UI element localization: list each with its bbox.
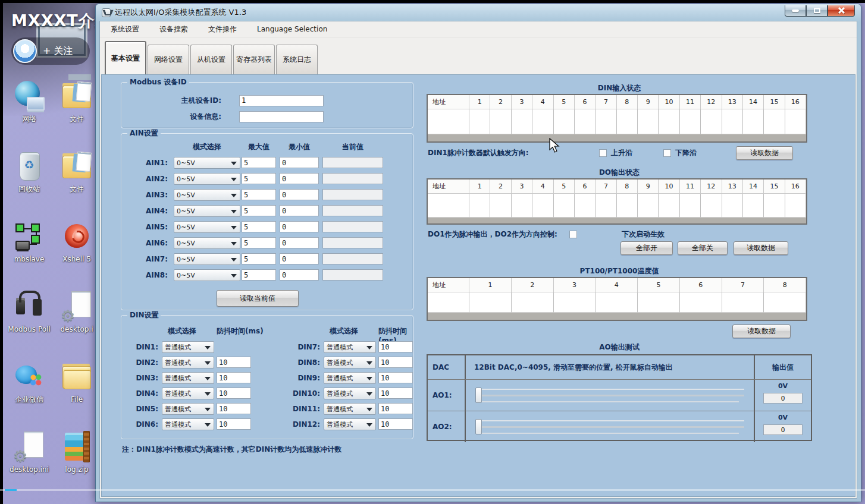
din-debounce-input[interactable] [217,403,251,414]
desktop-icon[interactable]: 文件 [53,75,101,146]
ain-mode-dropdown[interactable]: 0~5V [174,221,240,233]
video-seekbar[interactable] [0,489,865,491]
all-on-button[interactable]: 全部开 [620,241,673,255]
follow-button[interactable]: + 关注 [11,37,90,65]
tab-label: 从机设置 [197,55,225,65]
desktop-icon[interactable]: 企业微信 [5,356,53,426]
desktop-icon[interactable]: 文件 [53,146,101,216]
din-debounce-input[interactable] [217,388,251,399]
ain-mode-dropdown[interactable]: 0~5V [174,157,240,169]
din-mode-dropdown[interactable]: 普通模式 [324,341,376,353]
ain-min-input[interactable] [280,253,319,264]
device-info-input[interactable] [239,111,324,122]
ain-min-input[interactable] [280,205,319,216]
desktop-icon[interactable]: File [53,356,101,426]
minimize-button[interactable] [785,5,806,17]
din-mode-dropdown[interactable]: 普通模式 [324,357,376,368]
do-status-title: DO输出状态 [425,168,813,178]
din-mode-dropdown[interactable]: 普通模式 [324,403,376,415]
din-mode-dropdown[interactable]: 普通模式 [162,372,214,384]
desktop-icon[interactable]: Xshell 5 [53,216,101,286]
ain-mode-dropdown[interactable]: 0~5V [174,237,240,249]
ain-max-input[interactable] [242,269,276,281]
din-debounce-input[interactable] [378,341,413,352]
din-row: DIN5: 普通模式 [121,401,252,417]
ao-slider-handle[interactable] [475,388,482,403]
ao-slider[interactable] [475,388,744,403]
din-mode-dropdown[interactable]: 普通模式 [162,418,214,430]
ain-mode-dropdown[interactable]: 0~5V [174,269,240,281]
close-button[interactable] [828,5,855,17]
din-mode-dropdown[interactable]: 普通模式 [324,372,376,384]
ain-mode-dropdown[interactable]: 0~5V [174,205,240,217]
ain-max-input[interactable] [242,253,276,264]
din-mode-dropdown[interactable]: 普通模式 [162,403,214,415]
ain-max-input[interactable] [242,189,276,200]
desktop-icon[interactable]: 网络 [5,75,53,146]
desktop-icon[interactable]: Modbus Poll [5,286,53,356]
din-mode-dropdown[interactable]: 普通模式 [162,357,214,368]
din-mode-value: 普通模式 [327,420,353,429]
read-current-values-button[interactable]: 读取当前值 [217,290,299,307]
din-mode-dropdown[interactable]: 普通模式 [324,418,376,430]
maximize-button[interactable] [806,5,828,17]
tab[interactable]: 从机设置 [190,45,232,74]
ain-min-input[interactable] [280,237,319,248]
din-debounce-input[interactable] [378,403,413,414]
din-debounce-input[interactable] [378,357,413,368]
ain-min-input[interactable] [280,173,319,184]
din-debounce-input[interactable] [217,372,251,383]
ain-mode-dropdown[interactable]: 0~5V [174,253,240,265]
do-pulse-checkbox[interactable] [569,231,577,238]
ain-min-input[interactable] [280,269,319,281]
pt-read-data-button[interactable]: 读取数据 [732,325,791,338]
ain-min-input[interactable] [280,221,319,232]
desktop-icon[interactable]: desktop.i [53,286,101,356]
ain-max-input[interactable] [242,237,276,248]
tab[interactable]: 网络设置 [148,45,189,74]
ain-max-input[interactable] [242,157,276,168]
din-debounce-input[interactable] [378,372,413,383]
menu-item[interactable]: 文件操作 [206,23,239,36]
desktop-icon[interactable]: log.zip [53,426,101,496]
host-id-input[interactable] [239,95,324,106]
falling-edge-checkbox[interactable] [663,149,671,157]
ao-slider-handle[interactable] [475,419,482,434]
desktop-icon-label: log.zip [65,466,88,474]
din-read-data-button[interactable]: 读取数据 [736,146,793,160]
desktop-icon[interactable]: 回收站 [5,146,53,216]
din-mode-dropdown[interactable]: 普通模式 [162,341,214,353]
din-debounce-input[interactable] [378,418,413,430]
din-debounce-input[interactable] [217,418,251,430]
din-mode-dropdown[interactable]: 普通模式 [324,388,376,399]
all-off-button[interactable]: 全部关 [678,241,728,255]
do-status-col-header: 13 [722,179,743,193]
ain-min-input[interactable] [280,189,319,200]
din-debounce-input[interactable] [378,388,413,399]
din-debounce-input[interactable] [217,357,251,368]
rising-edge-checkbox[interactable] [599,149,607,157]
ain-max-input[interactable] [242,173,276,184]
do-read-data-button[interactable]: 读取数据 [734,241,788,255]
ain-min-input[interactable] [280,157,319,168]
menu-item[interactable]: Language Selection [255,24,330,34]
ao-volt-label: 0V [755,414,811,421]
menu-item[interactable]: 设备搜索 [157,23,190,36]
tab[interactable]: 系统日志 [276,45,318,74]
avatar[interactable] [13,39,37,63]
din-mode-dropdown[interactable]: 普通模式 [162,388,214,399]
din-status-col-header: 3 [512,95,532,109]
ain-max-input[interactable] [242,205,276,216]
desktop-icon[interactable]: mbslave [5,216,53,286]
tab[interactable]: 寄存器列表 [233,45,275,74]
menu-bar: 系统设置 设备搜索 文件操作 Language Selection [100,21,857,37]
ain-mode-dropdown[interactable]: 0~5V [174,173,240,185]
desktop-icon[interactable]: desktop.ini [5,426,53,496]
ain-max-input[interactable] [242,221,276,232]
ao-slider[interactable] [475,419,744,434]
menu-item[interactable]: 系统设置 [108,23,142,36]
ain-mode-dropdown[interactable]: 0~5V [174,189,240,201]
tab[interactable]: 基本设置 [105,41,146,74]
app-icon [102,8,111,17]
din-status-col-header: 13 [722,95,743,109]
